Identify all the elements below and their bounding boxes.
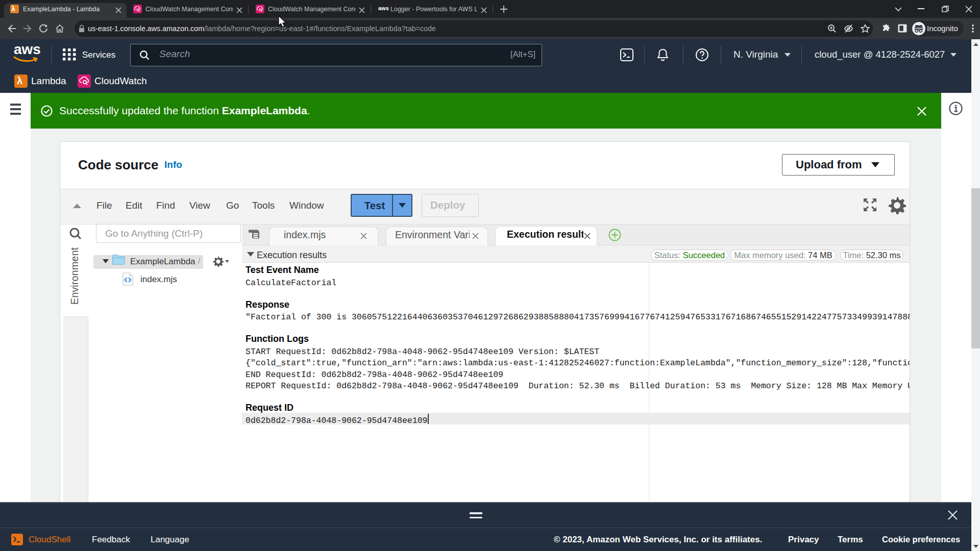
svg-text:aws: aws [14, 41, 41, 57]
